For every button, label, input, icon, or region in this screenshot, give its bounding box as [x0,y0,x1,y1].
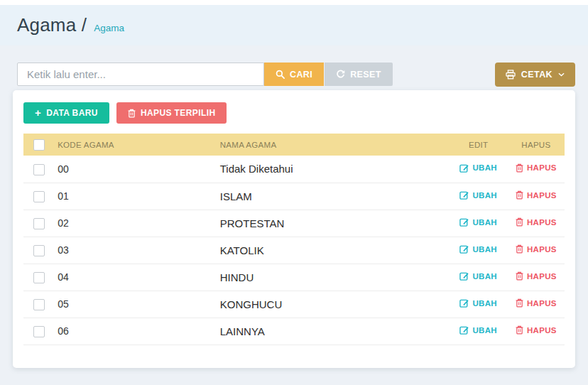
edit-icon [459,244,469,254]
ubah-link[interactable]: UBAH [459,190,496,200]
ubah-link[interactable]: UBAH [459,298,496,308]
delete-selected-label: HAPUS TERPILIH [141,108,216,118]
trash-icon [516,271,523,281]
row-checkbox[interactable] [33,326,45,337]
table-header-row: KODE AGAMA NAMA AGAMA EDIT HAPUS [23,134,565,156]
chevron-down-icon [558,72,565,77]
ubah-link[interactable]: UBAH [459,217,496,227]
row-checkbox[interactable] [33,218,45,229]
ubah-label: UBAH [472,299,496,308]
trash-icon [128,109,136,118]
kode-cell: 01 [58,183,220,210]
hapus-label: HAPUS [527,272,557,281]
top-strip [0,0,588,5]
action-row: + DATA BARU HAPUS TERPILIH [23,102,565,124]
table-row: 03 KATOLIK UBAH HAPUS [23,237,565,264]
ubah-label: UBAH [472,272,496,281]
nama-cell: HINDU [220,264,450,291]
edit-icon [459,217,469,227]
kode-cell: 06 [58,318,220,345]
hapus-link[interactable]: HAPUS [516,217,557,227]
nama-cell: KATOLIK [220,237,450,264]
ubah-label: UBAH [472,245,496,254]
plus-icon: + [35,107,41,118]
kode-cell: 00 [58,156,220,183]
nama-cell: LAINNYA [220,318,450,345]
ubah-link[interactable]: UBAH [459,325,496,335]
hapus-link[interactable]: HAPUS [516,271,557,281]
row-checkbox[interactable] [33,245,45,256]
edit-icon [459,271,469,281]
nama-cell: ISLAM [220,183,450,210]
trash-icon [516,190,523,200]
kode-cell: 03 [58,237,220,264]
ubah-link[interactable]: UBAH [459,244,496,254]
toolbar: CARI RESET CETAK [17,63,575,86]
row-checkbox[interactable] [33,299,45,310]
hapus-label: HAPUS [527,299,557,308]
cari-button[interactable]: CARI [264,63,324,86]
row-checkbox[interactable] [33,164,45,175]
add-data-label: DATA BARU [46,108,98,118]
hapus-link[interactable]: HAPUS [516,298,557,308]
search-input[interactable] [17,63,264,86]
trash-icon [516,244,523,254]
breadcrumb[interactable]: Agama [94,23,124,33]
hapus-label: HAPUS [527,326,557,335]
edit-icon [459,190,469,200]
reset-label: RESET [350,70,381,80]
nama-cell: Tidak Diketahui [220,156,450,183]
add-data-button[interactable]: + DATA BARU [23,102,109,124]
reset-button[interactable]: RESET [325,63,393,86]
ubah-label: UBAH [472,163,496,172]
agama-table: KODE AGAMA NAMA AGAMA EDIT HAPUS 00 Tida… [23,134,565,345]
delete-selected-button[interactable]: HAPUS TERPILIH [116,102,227,124]
table-row: 06 LAINNYA UBAH HAPUS [23,318,565,345]
trash-icon [516,325,523,335]
select-all-checkbox[interactable] [33,139,45,151]
content-card: + DATA BARU HAPUS TERPILIH KODE AGAMA NA… [13,90,575,368]
hapus-link[interactable]: HAPUS [516,325,557,335]
page-header: Agama / Agama [0,5,588,45]
table-row: 00 Tidak Diketahui UBAH HAPUS [23,156,565,183]
ubah-label: UBAH [472,191,496,200]
trash-icon [516,298,523,308]
header-kode: KODE AGAMA [58,134,220,156]
header-edit: EDIT [450,134,508,156]
table-row: 05 KONGHUCU UBAH HAPUS [23,291,565,318]
hapus-link[interactable]: HAPUS [516,190,557,200]
cetak-button[interactable]: CETAK [495,63,575,87]
cetak-label: CETAK [521,70,552,80]
hapus-label: HAPUS [527,218,557,227]
nama-cell: KONGHUCU [220,291,450,318]
header-nama: NAMA AGAMA [220,134,450,156]
ubah-label: UBAH [472,326,496,335]
ubah-link[interactable]: UBAH [459,271,496,281]
page-title: Agama / [17,14,87,36]
hapus-label: HAPUS [527,163,557,172]
hapus-label: HAPUS [527,245,557,254]
table-row: 02 PROTESTAN UBAH HAPUS [23,210,565,237]
kode-cell: 04 [58,264,220,291]
ubah-link[interactable]: UBAH [459,163,496,173]
nama-cell: PROTESTAN [220,210,450,237]
ubah-label: UBAH [472,218,496,227]
table-row: 04 HINDU UBAH HAPUS [23,264,565,291]
cari-label: CARI [290,70,312,80]
kode-cell: 02 [58,210,220,237]
table-row: 01 ISLAM UBAH HAPUS [23,183,565,210]
trash-icon [516,163,523,173]
hapus-link[interactable]: HAPUS [516,163,557,173]
title-wrap: Agama / Agama [17,14,124,36]
hapus-link[interactable]: HAPUS [516,244,557,254]
row-checkbox[interactable] [33,191,45,202]
edit-icon [459,298,469,308]
header-hapus: HAPUS [508,134,565,156]
search-icon [276,70,285,79]
refresh-icon [336,70,345,79]
kode-cell: 05 [58,291,220,318]
table-body: 00 Tidak Diketahui UBAH HAPUS 01 ISLAM [23,156,565,345]
hapus-label: HAPUS [527,191,557,200]
edit-icon [459,163,469,173]
row-checkbox[interactable] [33,272,45,283]
